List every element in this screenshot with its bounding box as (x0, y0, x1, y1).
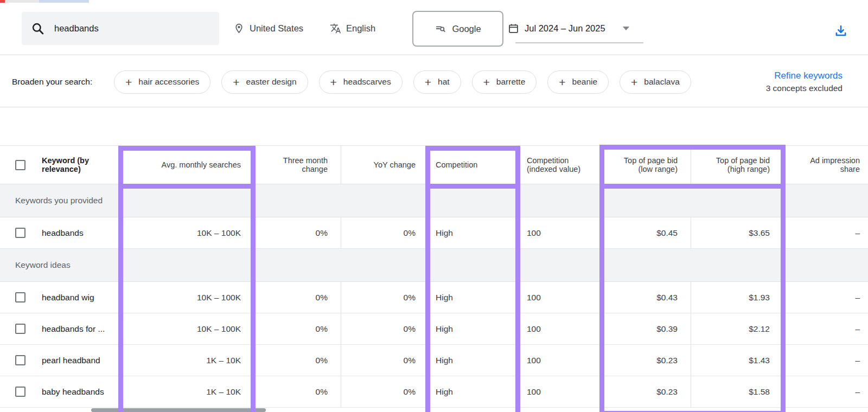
row-checkbox-cell (0, 345, 35, 376)
row-checkbox-cell (0, 217, 35, 248)
chip-label: beanie (572, 77, 598, 87)
cell-ad-share: – (783, 376, 868, 407)
cell-bid-low: $0.23 (601, 345, 691, 376)
row-checkbox[interactable] (15, 387, 25, 397)
cell-keyword: pearl headband (35, 345, 120, 376)
location-pin-icon (233, 23, 245, 34)
filter-bar: 1 Exclude adult ideas ✕ Add filter Showi… (0, 107, 868, 145)
cell-ad-share: – (783, 217, 868, 248)
cell-ad-share: – (783, 282, 868, 313)
cell-three-month: 0% (255, 282, 341, 313)
cell-bid-high: $1.58 (691, 376, 783, 407)
row-checkbox[interactable] (15, 228, 25, 238)
row-checkbox-cell (0, 282, 35, 313)
broaden-chip-beanie[interactable]: +beanie (547, 70, 609, 94)
cell-ad-share: – (783, 345, 868, 376)
cell-bid-high: $3.65 (691, 217, 783, 248)
location-selector[interactable]: United States (233, 12, 303, 45)
plus-icon: + (483, 76, 490, 88)
cell-competition: High (429, 217, 520, 248)
refine-keywords-link[interactable]: Refine keywords (774, 70, 843, 81)
table-row-baby-headbands: baby headbands 1K – 10K 0% 0% High 100 $… (0, 376, 868, 408)
col-header-avg-monthly-searches[interactable]: Avg. monthly searches (120, 146, 255, 184)
cell-competition: High (429, 345, 520, 376)
date-range-underline (515, 42, 643, 43)
plus-icon: + (233, 76, 239, 88)
row-checkbox[interactable] (15, 324, 25, 334)
cell-competition-indexed: 100 (520, 282, 601, 313)
chip-label: easter design (246, 77, 297, 87)
broaden-chip-hair-accessories[interactable]: +hair accessories (114, 70, 210, 94)
chip-label: barrette (496, 77, 525, 87)
table-row-headbands-for: headbands for ... 10K – 100K 0% 0% High … (0, 313, 868, 345)
row-checkbox-cell (0, 376, 35, 407)
broaden-label: Broaden your search: (12, 56, 92, 107)
concepts-excluded-note: 3 concepts excluded (766, 83, 843, 93)
date-range-value: Jul 2024 – Jun 2025 (525, 23, 605, 34)
broaden-chip-barrette[interactable]: +barrette (472, 70, 537, 94)
keyword-search-input[interactable]: headbands (22, 12, 219, 45)
row-checkbox[interactable] (15, 355, 25, 365)
chip-label: balaclava (644, 77, 680, 87)
col-header-ad-impression-share[interactable]: Ad impressionshare (783, 146, 868, 184)
col-header-yoy-change[interactable]: YoY change (341, 146, 429, 184)
cell-keyword: baby headbands (35, 376, 120, 407)
window-edge-blue-artifact (39, 0, 89, 3)
plus-icon: + (425, 76, 431, 88)
cell-avg-searches: 1K – 10K (120, 376, 255, 407)
cell-competition-indexed: 100 (520, 376, 601, 407)
plus-icon: + (559, 76, 565, 88)
cell-bid-low: $0.43 (601, 282, 691, 313)
cell-yoy: 0% (341, 376, 429, 407)
keyword-planner-screen: headbands United States English Google J (0, 0, 868, 412)
cell-competition: High (429, 376, 520, 407)
col-header-keyword[interactable]: Keyword (byrelevance) (35, 146, 120, 184)
cell-competition: High (429, 313, 520, 344)
col-header-top-bid-low[interactable]: Top of page bid(low range) (601, 146, 691, 184)
broaden-chip-hat[interactable]: +hat (413, 70, 461, 94)
cell-bid-high: $2.12 (691, 313, 783, 344)
download-icon[interactable] (833, 24, 848, 39)
cell-keyword: headbands for ... (35, 313, 120, 344)
cell-yoy: 0% (341, 313, 429, 344)
broaden-chip-list: +hair accessories +easter design +headsc… (114, 56, 691, 107)
cell-bid-low: $0.39 (601, 313, 691, 344)
chip-label: hair accessories (138, 77, 199, 87)
row-checkbox-cell (0, 313, 35, 344)
row-checkbox[interactable] (15, 292, 25, 302)
horizontal-scrollbar-thumb[interactable] (91, 408, 266, 412)
cell-competition-indexed: 100 (520, 313, 601, 344)
cell-three-month: 0% (255, 345, 341, 376)
window-edge-red-artifact (0, 0, 5, 3)
cell-three-month: 0% (255, 313, 341, 344)
search-network-icon (435, 23, 446, 35)
search-network-button[interactable]: Google (412, 11, 503, 47)
location-label: United States (250, 23, 303, 34)
header-checkbox-cell (0, 146, 35, 184)
table-row-headband-wig: headband wig 10K – 100K 0% 0% High 100 $… (0, 282, 868, 313)
chip-label: hat (438, 77, 450, 87)
select-all-checkbox[interactable] (15, 160, 25, 170)
cell-bid-high: $1.93 (691, 282, 783, 313)
search-icon (31, 22, 45, 36)
broaden-search-section: Broaden your search: +hair accessories +… (0, 56, 868, 107)
cell-avg-searches: 10K – 100K (120, 217, 255, 248)
plus-icon: + (631, 76, 637, 88)
cell-avg-searches: 10K – 100K (120, 282, 255, 313)
col-header-three-month-change[interactable]: Three monthchange (255, 146, 341, 184)
window-edge-gray-artifact (5, 0, 39, 3)
cell-keyword: headband wig (35, 282, 120, 313)
col-header-competition-indexed[interactable]: Competition(indexed value) (520, 146, 601, 184)
broaden-chip-headscarves[interactable]: +headscarves (319, 70, 403, 94)
col-header-top-bid-high[interactable]: Top of page bid(high range) (691, 146, 783, 184)
broaden-chip-balaclava[interactable]: +balaclava (620, 70, 691, 94)
date-range-selector[interactable]: Jul 2024 – Jun 2025 (508, 12, 629, 45)
language-selector[interactable]: English (330, 12, 375, 45)
broaden-chip-easter-design[interactable]: +easter design (221, 70, 308, 94)
cell-bid-low: $0.23 (601, 376, 691, 407)
translate-icon (330, 23, 341, 34)
cell-three-month: 0% (255, 376, 341, 407)
col-header-competition[interactable]: Competition (429, 146, 520, 184)
network-label: Google (452, 24, 481, 34)
plus-icon: + (330, 76, 337, 88)
